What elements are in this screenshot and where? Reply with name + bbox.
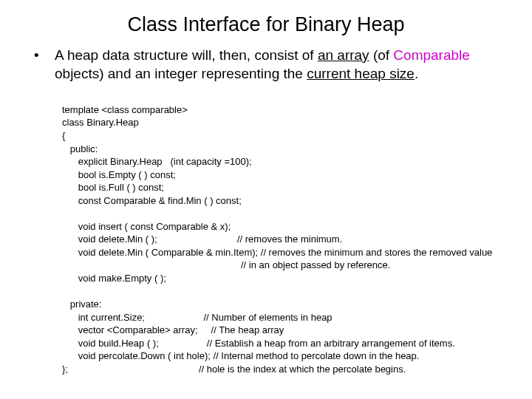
code-block: template <class comparable> class Binary… (62, 90, 502, 389)
code-line: { (62, 130, 65, 141)
code-line: void delete.Min ( ); // removes the mini… (62, 233, 342, 245)
bullet-post: . (415, 66, 418, 81)
bullet-item: • A heap data structure will, then, cons… (31, 47, 502, 83)
code-line: bool is.Full ( ) const; (62, 182, 164, 193)
code-line: bool is.Empty ( ) const; (62, 169, 176, 180)
code-line: // in an object passed by reference. (62, 259, 390, 270)
code-line: template <class comparable> (62, 104, 188, 115)
code-line: explicit Binary.Heap (int capacity =100)… (62, 156, 252, 167)
code-line: const Comparable & find.Min ( ) const; (62, 195, 242, 206)
code-line: void insert ( const Comparable & x); (62, 221, 231, 232)
code-line: private: (62, 299, 101, 310)
bullet-mid2: objects) and an integer representing the (55, 66, 307, 81)
code-line: vector <Comparable> array; // The heap a… (62, 324, 284, 335)
code-line: int current.Size; // Number of elements … (62, 312, 332, 323)
code-line: }; // hole is the index at which the per… (62, 364, 406, 375)
code-line: class Binary.Heap (62, 117, 139, 128)
code-line: void percolate.Down ( int hole); // Inte… (62, 350, 419, 361)
bullet-comparable: Comparable (393, 47, 470, 63)
bullet-mid1: (of (369, 47, 394, 63)
code-line: void build.Heap ( ); // Establish a heap… (62, 338, 455, 349)
code-line: void make.Empty ( ); (62, 273, 166, 284)
code-line: public: (62, 143, 98, 154)
slide: Class Interface for Binary Heap • A heap… (0, 0, 532, 399)
bullet-pre: A heap data structure will, then, consis… (55, 47, 318, 63)
bullet-underline-array: an array (318, 47, 369, 63)
bullet-text: A heap data structure will, then, consis… (55, 47, 502, 83)
bullet-underline-size: current heap size (307, 66, 415, 81)
bullet-dot: • (31, 47, 55, 65)
slide-title: Class Interface for Binary Heap (30, 13, 502, 36)
code-line: void delete.Min ( Comparable & min.Item)… (62, 247, 492, 258)
